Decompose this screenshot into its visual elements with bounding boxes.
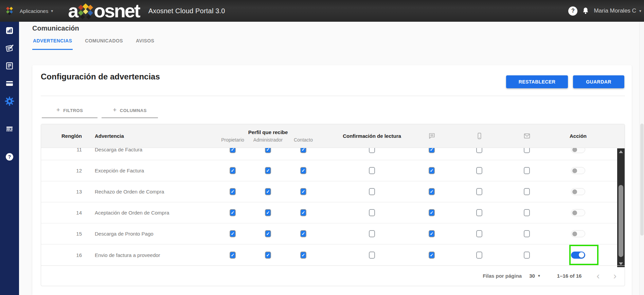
scroll-up-icon[interactable] (619, 150, 623, 153)
checkbox-administrador[interactable]: ✓ (265, 148, 271, 153)
checkbox-propietario[interactable]: ✓ (230, 230, 236, 237)
table-body: 11 Descarga de Factura ✓ ✓ ✓ ✓ ✓ ✓ ✓ 12 … (41, 148, 625, 265)
checkbox-administrador[interactable]: ✓ (265, 209, 271, 216)
sidebar-item-data-table[interactable] (0, 120, 19, 138)
checkbox-confirmacion[interactable]: ✓ (369, 148, 375, 153)
checkbox-mail[interactable]: ✓ (524, 209, 530, 216)
columnas-button[interactable]: + COLUMNAS (102, 103, 158, 118)
guardar-button[interactable]: GUARDAR (573, 75, 624, 88)
table-scrollbar-thumb[interactable] (619, 185, 623, 257)
table-row: 16 Envio de factura a proveedor ✓ ✓ ✓ ✓ … (41, 244, 625, 265)
prev-page-button[interactable]: ‹ (596, 271, 600, 281)
checkbox-mail[interactable]: ✓ (524, 167, 530, 174)
columnas-label: COLUMNAS (120, 108, 147, 113)
tab-advertencias[interactable]: ADVERTENCIAS (32, 35, 73, 50)
checkbox-sms[interactable]: ✓ (476, 188, 482, 195)
checkbox-propietario[interactable]: ✓ (230, 167, 236, 174)
row-number: 14 (41, 202, 85, 223)
accion-toggle[interactable] (571, 167, 585, 174)
filtros-label: FILTROS (63, 108, 83, 113)
checkbox-mail[interactable]: ✓ (524, 252, 530, 259)
table-row: 14 Aceptación de Orden de Compra ✓ ✓ ✓ ✓… (41, 202, 625, 223)
aplicaciones-menu[interactable]: Aplicaciones ▼ (20, 8, 54, 14)
scroll-down-icon[interactable] (619, 262, 623, 265)
bell-icon[interactable] (582, 7, 590, 15)
checkbox-mail[interactable]: ✓ (524, 230, 530, 237)
checkbox-confirmacion[interactable]: ✓ (369, 230, 375, 237)
pagination-range: 1–16 of 16 (557, 273, 582, 279)
rows-per-page-select[interactable]: 30 ▼ (529, 273, 541, 279)
row-number: 11 (41, 148, 85, 160)
sidebar-item-notes[interactable] (0, 39, 19, 57)
col-administrador: Administrador (250, 137, 286, 143)
sidebar-item-settings[interactable] (0, 92, 19, 110)
checkbox-administrador[interactable]: ✓ (265, 188, 271, 195)
sidebar-item-documents[interactable] (0, 57, 19, 75)
checkbox-propietario[interactable]: ✓ (230, 148, 236, 153)
checkbox-sms[interactable]: ✓ (476, 252, 482, 259)
checkbox-contacto[interactable]: ✓ (300, 230, 306, 237)
row-number: 15 (41, 223, 85, 244)
col-chat (408, 124, 455, 148)
checkbox-chat[interactable]: ✓ (429, 148, 435, 153)
checkbox-mail[interactable]: ✓ (524, 148, 530, 153)
logo-x-diamonds-icon (77, 3, 94, 21)
checkbox-administrador[interactable]: ✓ (265, 167, 271, 174)
row-advertencia: Rechazo de Orden de Compra (85, 181, 215, 202)
checkbox-chat[interactable]: ✓ (429, 188, 435, 195)
tab-avisos[interactable]: AVISOS (135, 35, 155, 50)
user-menu[interactable]: Maria Morales C ▼ (594, 7, 642, 14)
checkbox-propietario[interactable]: ✓ (230, 209, 236, 216)
sidebar-item-payments[interactable] (0, 75, 19, 92)
checkbox-mail[interactable]: ✓ (524, 188, 530, 195)
accion-toggle[interactable] (571, 148, 585, 153)
checkbox-sms[interactable]: ✓ (476, 148, 482, 153)
chat-bubble-icon (428, 132, 435, 140)
next-page-button[interactable]: › (613, 271, 616, 281)
smartphone-icon (476, 132, 483, 140)
checkbox-administrador[interactable]: ✓ (265, 230, 271, 237)
checkbox-administrador[interactable]: ✓ (265, 252, 271, 259)
checkbox-contacto[interactable]: ✓ (300, 209, 306, 216)
restablecer-button[interactable]: RESTABLECER (506, 75, 568, 88)
checkbox-contacto[interactable]: ✓ (300, 148, 306, 153)
checkbox-sms[interactable]: ✓ (476, 230, 482, 237)
checkbox-confirmacion[interactable]: ✓ (369, 167, 375, 174)
checkbox-contacto[interactable]: ✓ (300, 188, 306, 195)
rows-per-page-value: 30 (529, 273, 535, 279)
checkbox-contacto[interactable]: ✓ (300, 167, 306, 174)
checkbox-propietario[interactable]: ✓ (230, 252, 236, 259)
row-number: 16 (41, 244, 85, 265)
checkbox-confirmacion[interactable]: ✓ (369, 209, 375, 216)
filtros-button[interactable]: + FILTROS (42, 103, 97, 118)
toggle-knob (572, 210, 577, 215)
table-row: 15 Descarga de Pronto Pago ✓ ✓ ✓ ✓ ✓ ✓ ✓ (41, 223, 625, 244)
row-number: 13 (41, 181, 85, 202)
accion-toggle[interactable] (571, 209, 585, 216)
checkbox-confirmacion[interactable]: ✓ (369, 188, 375, 195)
help-icon[interactable]: ? (568, 6, 577, 16)
sidebar-item-reports[interactable] (0, 22, 19, 39)
accion-toggle[interactable] (571, 188, 585, 195)
axosnet-pinwheel-icon[interactable] (4, 5, 15, 16)
sidebar-item-help[interactable]: ? (0, 148, 19, 166)
accion-toggle[interactable] (571, 230, 585, 237)
checkbox-sms[interactable]: ✓ (476, 209, 482, 216)
table-scrollbar[interactable] (617, 148, 625, 267)
accion-toggle[interactable] (571, 252, 585, 259)
checkbox-propietario[interactable]: ✓ (230, 188, 236, 195)
checkbox-confirmacion[interactable]: ✓ (369, 252, 375, 259)
tab-comunicados[interactable]: COMUNICADOS (84, 35, 124, 50)
checkbox-sms[interactable]: ✓ (476, 167, 482, 174)
checkbox-chat[interactable]: ✓ (429, 209, 435, 216)
table-row: 11 Descarga de Factura ✓ ✓ ✓ ✓ ✓ ✓ ✓ (41, 148, 625, 160)
row-advertencia: Excepción de Factura (85, 160, 215, 181)
page-scrollbar[interactable] (639, 22, 644, 295)
toggle-knob (572, 232, 577, 236)
page-scrollbar-thumb[interactable] (640, 124, 644, 236)
checkbox-chat[interactable]: ✓ (429, 167, 435, 174)
checkbox-contacto[interactable]: ✓ (300, 252, 306, 259)
col-renglon: Renglón (41, 124, 85, 148)
checkbox-chat[interactable]: ✓ (429, 252, 435, 259)
checkbox-chat[interactable]: ✓ (429, 230, 435, 237)
